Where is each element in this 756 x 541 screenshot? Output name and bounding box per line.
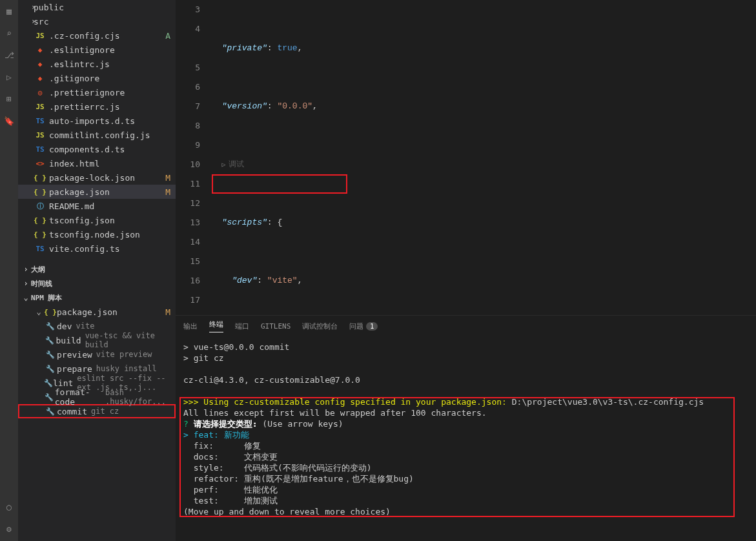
file--cz-config-cjs[interactable]: JS.cz-config.cjsA (18, 28, 176, 43)
timeline-section[interactable]: ›时间线 (18, 276, 176, 291)
tab-ports[interactable]: 端口 (235, 322, 249, 331)
tab-problems[interactable]: 问题1 (349, 322, 378, 331)
file-commitlint-config-js[interactable]: JScommitlint.config.js (18, 128, 176, 142)
debug-play-icon[interactable]: ▷ (222, 161, 226, 168)
npm-script-build[interactable]: 🔧buildvue-tsc && vite build (18, 333, 176, 347)
file-vite-config-ts[interactable]: TSvite.config.ts (18, 241, 176, 256)
wrench-icon: 🔧 (44, 351, 57, 359)
file--prettierignore[interactable]: ◎.prettierignore (18, 85, 176, 99)
npm-script-format-code[interactable]: 🔧format-codebash .husky/for... (18, 390, 176, 404)
wrench-icon: 🔧 (44, 365, 57, 373)
outline-section[interactable]: ›大纲 (18, 262, 176, 276)
commit-type-test[interactable]: test: 增加测试 (183, 495, 748, 506)
wrench-icon: 🔧 (44, 379, 53, 387)
debug-hint[interactable]: 调试 (229, 160, 244, 169)
search-icon[interactable]: ⌕ (3, 27, 15, 39)
npm-script-commit[interactable]: 🔧commitgit cz (18, 404, 176, 418)
scm-icon[interactable]: ⎇ (3, 49, 15, 61)
file-package-lock-json[interactable]: { }package-lock.jsonM (18, 170, 176, 185)
file--eslintignore[interactable]: ◆.eslintignore (18, 43, 176, 57)
terminal-panel: 输出 终端 端口 GITLENS 调试控制台 问题1 > vue-ts@0.0.… (176, 315, 756, 541)
file-components-d-ts[interactable]: TScomponents.d.ts (18, 142, 176, 156)
code-content[interactable]: "private": true, "version": "0.0.0", ▷调试… (212, 0, 756, 315)
commit-type-style[interactable]: style: 代码格式(不影响代码运行的变动) (183, 462, 748, 473)
terminal-output[interactable]: > vue-ts@0.0.0 commit > git cz cz-cli@4.… (176, 336, 756, 541)
line-gutter: 34567891011121314151617 (176, 0, 212, 315)
commit-type-feat[interactable]: > feat: 新功能 (183, 429, 748, 440)
explorer-icon[interactable]: ▦ (3, 5, 15, 17)
wrench-icon: 🔧 (44, 322, 57, 331)
folder-src[interactable]: ›src (18, 14, 176, 28)
file--eslintrc-js[interactable]: ◆.eslintrc.js (18, 57, 176, 71)
bookmark-icon[interactable]: 🔖 (3, 115, 15, 127)
commit-type-fix[interactable]: fix: 修复 (183, 440, 748, 451)
debug-icon[interactable]: ▷ (3, 71, 15, 83)
problems-badge: 1 (366, 322, 378, 331)
commit-type-refactor[interactable]: refactor: 重构(既不是增加feature，也不是修复bug) (183, 473, 748, 484)
commit-type-docs[interactable]: docs: 文档变更 (183, 451, 748, 462)
tab-gitlens[interactable]: GITLENS (261, 322, 291, 331)
main-area: 34567891011121314151617 "private": true,… (176, 0, 756, 541)
tab-output[interactable]: 输出 (183, 322, 198, 331)
wrench-icon: 🔧 (44, 336, 56, 345)
wrench-icon: 🔧 (44, 407, 57, 416)
explorer-sidebar: ›public›src JS.cz-config.cjsA◆.eslintign… (18, 0, 176, 541)
extensions-icon[interactable]: ⊞ (3, 93, 15, 105)
account-icon[interactable]: ◯ (3, 501, 15, 513)
file-README-md[interactable]: ⓘREADME.md (18, 199, 176, 213)
tab-debug-console[interactable]: 调试控制台 (302, 322, 338, 331)
activity-bar: ▦ ⌕ ⎇ ▷ ⊞ 🔖 ◯ ⚙ (0, 0, 18, 541)
npm-scripts-section[interactable]: ⌄NPM 脚本 (18, 291, 176, 305)
npm-script-preview[interactable]: 🔧previewvite preview (18, 347, 176, 362)
wrench-icon: 🔧 (44, 393, 55, 402)
npm-package-row[interactable]: ⌄ { } package.json M (18, 305, 176, 319)
commit-highlight-box (212, 174, 347, 194)
file--prettierrc-js[interactable]: JS.prettierrc.js (18, 99, 176, 114)
file-index-html[interactable]: <>index.html (18, 156, 176, 170)
folder-public[interactable]: ›public (18, 0, 176, 14)
file-auto-imports-d-ts[interactable]: TSauto-imports.d.ts (18, 114, 176, 128)
settings-gear-icon[interactable]: ⚙ (3, 523, 15, 535)
file--gitignore[interactable]: ◆.gitignore (18, 71, 176, 85)
code-editor[interactable]: 34567891011121314151617 "private": true,… (176, 0, 756, 315)
panel-tabs: 输出 终端 端口 GITLENS 调试控制台 问题1 (176, 316, 756, 336)
tab-terminal[interactable]: 终端 (209, 320, 223, 332)
file-package-json[interactable]: { }package.jsonM (18, 185, 176, 199)
file-tsconfig-json[interactable]: { }tsconfig.json (18, 213, 176, 227)
file-tsconfig-node-json[interactable]: { }tsconfig.node.json (18, 227, 176, 241)
commit-type-perf[interactable]: perf: 性能优化 (183, 484, 748, 495)
